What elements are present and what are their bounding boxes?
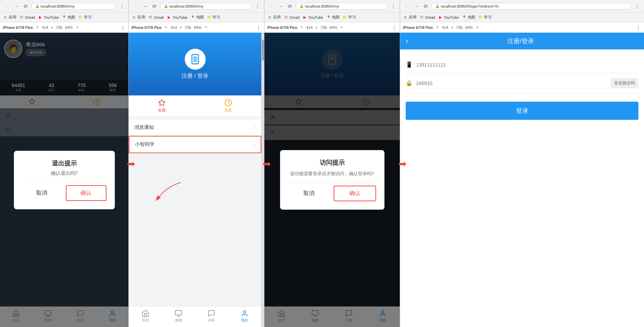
bookmark-youtube-1[interactable]: ▶ YouTube [38, 15, 59, 20]
youtube-label-3: YouTube [308, 15, 323, 20]
annotation-arrow-1 [150, 179, 184, 208]
dialog-title-1: 退出提示 [22, 159, 106, 168]
bookmark-maps-4[interactable]: 📍地图 [462, 15, 475, 20]
dialog-msg-1: 确认退出吗? [22, 170, 106, 177]
url-display-4: localhost:8080/#/login?redirect=% [441, 4, 498, 8]
visit-dialog-msg: 该功能需要登录后才能访问，确认登录吗? [288, 170, 376, 177]
bookmark-gmail-1[interactable]: MGmail [19, 15, 35, 20]
device-name-3: iPhone 6/7/8 Plus [267, 25, 297, 30]
bookmarks-bar-3: ⊞应用 MGmail ▶ YouTube 📍地图 📁学习 [264, 13, 400, 22]
bookmark-gmail-2[interactable]: MGmail [148, 15, 164, 20]
login-back-btn[interactable]: ‹ [406, 37, 408, 45]
bookmarks-bar-1: ⊞应用 MGmail ▶ YouTube 📍地图 📁学习 [0, 13, 128, 22]
bookmark-study-4[interactable]: 📁学习 [478, 15, 492, 20]
address-bar-1[interactable]: 🔒 localhost:8080/#/my [31, 3, 116, 10]
back-btn-3[interactable]: ← [267, 3, 275, 10]
phone-input[interactable] [416, 62, 638, 68]
bookmark-youtube-3[interactable]: ▶ YouTube [302, 15, 323, 20]
device-name-1: iPhone 6/7/8 Plus [3, 25, 33, 30]
forward-btn-1[interactable]: → [13, 3, 20, 10]
bookmark-apps-2[interactable]: ⊞应用 [132, 15, 145, 20]
more-btn-2[interactable]: ⋮ [256, 24, 261, 31]
phone-icon: 📱 [406, 61, 413, 68]
bookmark-youtube-4[interactable]: ▶ YouTube [438, 15, 459, 20]
bookmark-apps-3[interactable]: ⊞应用 [267, 15, 281, 20]
address-bar-3[interactable]: 🔒 localhost:8080/#/my [296, 3, 387, 10]
address-bar-4[interactable]: 🔒 localhost:8080/#/login?redirect=% [431, 3, 631, 10]
phone-field-row: 📱 [406, 56, 638, 73]
device-bar-4: iPhone 6/7/8 Plus ▼ 414 × 736 84% ▼ ⋮ [400, 22, 644, 33]
nav-home-2[interactable]: 首页 [142, 310, 149, 323]
device-zoom-1: 84% [65, 25, 73, 30]
forward-btn-3[interactable]: → [277, 3, 285, 10]
bookmark-apps-1[interactable]: ⊞应用 [3, 15, 16, 20]
login-page-title: 注册/登录 [411, 37, 630, 45]
back-btn-1[interactable]: ← [3, 3, 10, 10]
svg-rect-10 [175, 311, 182, 315]
tab-history-2[interactable]: 历史 [224, 99, 232, 113]
bookmark-gmail-4[interactable]: MGmail [419, 15, 435, 20]
youtube-label-2: YouTube [173, 15, 188, 20]
code-input[interactable] [416, 80, 607, 86]
menu-messages-chevron: › [254, 124, 256, 131]
menu-btn-1[interactable]: ⋮ [118, 3, 126, 10]
browser-toolbar-1: ← → ⟳ 🔒 localhost:8080/#/my ⋮ [0, 0, 128, 13]
bookmark-maps-1[interactable]: 📍地图 [62, 15, 75, 20]
more-btn-4[interactable]: ⋮ [636, 24, 641, 31]
device-height-1: 736 [56, 25, 62, 30]
back-btn-4[interactable]: ← [403, 3, 411, 10]
reload-btn-1[interactable]: ⟳ [22, 3, 29, 10]
nav-qa-2[interactable]: 问答 [208, 310, 215, 323]
logout-dialog-overlay: 退出提示 确认退出吗? 取消 确认 [0, 33, 128, 327]
dialog-confirm-1[interactable]: 确认 [66, 185, 106, 201]
svg-point-6 [194, 57, 197, 60]
tab-collect-2[interactable]: 收藏 [158, 99, 166, 113]
menu-xiaozhi-label: 小智同学 [135, 141, 154, 148]
more-btn-3[interactable]: ⋮ [391, 24, 397, 31]
more-btn-1[interactable]: ⋮ [120, 24, 126, 31]
my-header-label-2[interactable]: 注册 / 登录 [182, 72, 208, 80]
bookmark-maps-3[interactable]: 📍地图 [326, 15, 340, 20]
device-bar-2: iPhone 6/7/8 Plus ▼ 414 × 736 84% ▼ ⋮ [129, 22, 264, 33]
forward-btn-4[interactable]: → [413, 3, 420, 10]
bookmark-study-2[interactable]: 📁学习 [207, 15, 220, 20]
address-bar-2[interactable]: 🔒 localhost:8080/#/my [160, 3, 252, 10]
logout-dialog: 退出提示 确认退出吗? 取消 确认 [14, 151, 115, 209]
menu-section-2: 消息通知 › 小智同学 › [129, 119, 261, 153]
svg-point-12 [244, 311, 246, 313]
reload-btn-2[interactable]: ⟳ [151, 3, 158, 10]
visit-dialog: 访问提示 该功能需要登录后才能访问，确认登录吗? 取消 确认 [280, 150, 384, 210]
bookmark-maps-2[interactable]: 📍地图 [190, 15, 204, 20]
reload-btn-4[interactable]: ⟳ [422, 3, 429, 10]
back-btn-2[interactable]: ← [132, 3, 139, 10]
menu-btn-2[interactable]: ⋮ [254, 3, 261, 10]
bookmark-youtube-2[interactable]: ▶ YouTube [167, 15, 188, 20]
bottom-nav-2: 首页 视频 问答 我的 [129, 306, 261, 327]
forward-btn-2[interactable]: → [141, 3, 149, 10]
bookmark-gmail-3[interactable]: MGmail [284, 15, 300, 20]
browser-toolbar-3: ← → ⟳ 🔒 localhost:8080/#/my ⋮ [264, 0, 400, 13]
bookmark-study-1[interactable]: 📁学习 [78, 15, 92, 20]
device-name-4: iPhone 6/7/8 Plus [403, 25, 433, 30]
lock-icon: 🔒 [406, 80, 413, 86]
menu-xiaozhi-chevron: › [253, 141, 255, 148]
nav-my-2[interactable]: 我的 [241, 310, 248, 323]
bookmarks-bar-2: ⊞应用 MGmail ▶ YouTube 📍地图 📁学习 [129, 13, 264, 22]
bookmark-study-3[interactable]: 📁学习 [342, 15, 356, 20]
menu-messages-label: 消息通知 [134, 124, 154, 131]
reload-btn-3[interactable]: ⟳ [287, 3, 294, 10]
menu-btn-4[interactable]: ⋮ [634, 3, 641, 10]
url-display-1: localhost:8080/#/my [41, 4, 75, 8]
menu-item-xiaozhi-2[interactable]: 小智同学 › [129, 136, 261, 153]
dialog-cancel-1[interactable]: 取消 [22, 185, 62, 201]
send-code-btn[interactable]: 发送验证码 [611, 78, 638, 88]
bookmark-apps-4[interactable]: ⊞应用 [403, 15, 416, 20]
nav-video-2[interactable]: 视频 [175, 310, 182, 323]
url-display-2: localhost:8080/#/my [169, 4, 204, 8]
login-form: 📱 🔒 发送验证码 登录 [400, 49, 644, 127]
visit-dialog-confirm[interactable]: 确认 [334, 186, 376, 201]
menu-item-messages-2[interactable]: 消息通知 › [129, 119, 261, 136]
login-submit-btn[interactable]: 登录 [406, 102, 638, 120]
visit-dialog-cancel[interactable]: 取消 [288, 186, 329, 201]
menu-btn-3[interactable]: ⋮ [389, 3, 397, 10]
